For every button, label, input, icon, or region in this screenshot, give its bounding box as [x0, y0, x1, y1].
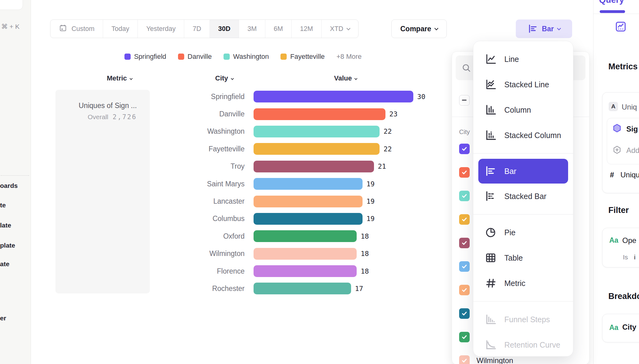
tab-query[interactable]: Query: [599, 0, 624, 5]
chart-type-button[interactable]: Bar: [516, 20, 572, 38]
selector-city-row[interactable]: Wilmington: [459, 355, 513, 364]
line-chart-icon: [485, 53, 497, 65]
menu-item-stacked-line[interactable]: Stacked Line: [473, 72, 573, 97]
menu-item-pie[interactable]: Pie: [473, 220, 573, 245]
bar[interactable]: [254, 196, 363, 207]
column-header-city[interactable]: City: [215, 74, 233, 82]
bar[interactable]: [254, 213, 363, 225]
calendar-icon: [59, 24, 67, 34]
city-checkbox[interactable]: [459, 285, 470, 295]
date-range-label: 3M: [247, 25, 257, 33]
bar[interactable]: [254, 230, 357, 242]
bar[interactable]: [254, 91, 413, 102]
city-checkbox[interactable]: [459, 308, 470, 319]
city-checkbox[interactable]: [459, 167, 470, 178]
event-card[interactable]: Sig Add: [607, 118, 639, 164]
chart-legend: Springfield Danville Washington Fayettev…: [34, 53, 452, 61]
menu-item-label: Stacked Line: [504, 80, 549, 89]
legend-item[interactable]: Danville: [178, 53, 212, 61]
legend-item[interactable]: Washington: [224, 53, 269, 61]
bar[interactable]: [254, 283, 351, 294]
metric-letter-badge: A: [609, 102, 618, 111]
date-range-12m[interactable]: 12M: [291, 20, 321, 38]
query-builder-panel: Query Metrics A Uniq Sig Add: [593, 0, 639, 364]
menu-item-stacked-column[interactable]: Stacked Column: [473, 123, 573, 148]
city-checkbox[interactable]: [459, 238, 470, 248]
value-label: 21: [378, 162, 386, 170]
chart-row: Wilmington18: [31, 245, 452, 262]
filter-card[interactable]: Aa Ope Is i: [602, 228, 639, 267]
menu-item-table[interactable]: Table: [473, 245, 573, 271]
menu-item-label: Bar: [504, 167, 516, 176]
bar[interactable]: [254, 178, 363, 190]
sidebar-item[interactable]: te: [0, 202, 6, 209]
city-checkbox[interactable]: [459, 261, 470, 272]
bar-chart-icon: [485, 165, 497, 177]
date-range-yesterday[interactable]: Yesterday: [137, 20, 184, 38]
city-checkbox[interactable]: [459, 355, 470, 364]
bar[interactable]: [254, 126, 380, 137]
city-checkbox[interactable]: [459, 191, 470, 201]
sidebar-item[interactable]: ate: [0, 260, 9, 268]
compare-button[interactable]: Compare: [391, 20, 447, 38]
column-header-label: City: [215, 74, 228, 82]
value-label: 22: [384, 128, 392, 135]
menu-item-line[interactable]: Line: [473, 46, 573, 72]
column-header-metric[interactable]: Metric: [107, 74, 132, 82]
menu-item-column[interactable]: Column: [473, 97, 573, 123]
bar[interactable]: [254, 108, 385, 120]
legend-item[interactable]: Fayetteville: [280, 53, 324, 61]
legend-item[interactable]: Springfield: [124, 53, 166, 61]
menu-item-label: Funnel Steps: [504, 315, 550, 324]
category-label: Florence: [31, 267, 245, 275]
value-label: 18: [361, 250, 369, 258]
add-event-hexagon-icon[interactable]: [612, 145, 622, 154]
filter-operator[interactable]: Is: [623, 254, 628, 261]
count-type-label[interactable]: Uniqu: [620, 171, 639, 179]
date-range-custom[interactable]: Custom: [50, 20, 103, 38]
metrics-card[interactable]: A Uniq Sig Add # Uniqu: [602, 92, 639, 193]
filter-property[interactable]: Ope: [622, 236, 636, 245]
filter-value[interactable]: i: [634, 254, 636, 261]
column-header-label: Metric: [107, 74, 127, 82]
add-event-label[interactable]: Add: [626, 146, 639, 155]
menu-item-metric[interactable]: Metric: [473, 271, 573, 296]
category-label: Danville: [31, 110, 245, 118]
date-range-today[interactable]: Today: [103, 20, 137, 38]
sidebar-item[interactable]: oards: [0, 182, 18, 189]
sidebar-item[interactable]: late: [0, 222, 11, 229]
city-checkbox[interactable]: [459, 144, 470, 154]
date-range-6m[interactable]: 6M: [265, 20, 291, 38]
date-range-xtd[interactable]: XTD: [321, 20, 358, 38]
menu-item-retention-curve[interactable]: Retention Curve: [473, 332, 573, 357]
stacked-line-chart-icon: [485, 78, 497, 91]
insights-chart-icon[interactable]: [615, 20, 627, 33]
event-hexagon-icon: [612, 123, 622, 133]
column-header-value[interactable]: Value: [334, 74, 357, 82]
menu-item-funnel-steps[interactable]: Funnel Steps: [473, 307, 573, 332]
value-label: 19: [367, 215, 375, 223]
date-range-label: 7D: [193, 25, 201, 33]
sidebar-item[interactable]: plate: [0, 242, 15, 249]
select-all-checkbox[interactable]: [459, 95, 470, 106]
bar[interactable]: [254, 265, 357, 277]
date-range-30d[interactable]: 30D: [210, 20, 239, 38]
date-range-3m[interactable]: 3M: [239, 20, 265, 38]
sidebar-item[interactable]: er: [0, 314, 6, 322]
city-checkbox[interactable]: [459, 332, 470, 342]
menu-item-stacked-bar[interactable]: Stacked Bar: [473, 184, 573, 209]
bar[interactable]: [254, 161, 374, 172]
sidebar-search-box[interactable]: [0, 0, 23, 10]
breakdown-card[interactable]: Aa City: [602, 314, 639, 342]
filter-heading: Filter: [608, 206, 629, 215]
city-checkbox[interactable]: [459, 214, 470, 225]
breakdown-property[interactable]: City: [622, 323, 636, 332]
legend-more-button[interactable]: +8 More: [337, 53, 362, 61]
legend-label: Danville: [188, 53, 212, 61]
bar[interactable]: [254, 143, 380, 155]
bar[interactable]: [254, 248, 357, 260]
date-range-7d[interactable]: 7D: [184, 20, 209, 38]
chart-row: Fayetteville22: [31, 140, 452, 158]
menu-item-bar[interactable]: Bar: [478, 159, 568, 184]
filter-type-badge: Aa: [609, 236, 618, 245]
